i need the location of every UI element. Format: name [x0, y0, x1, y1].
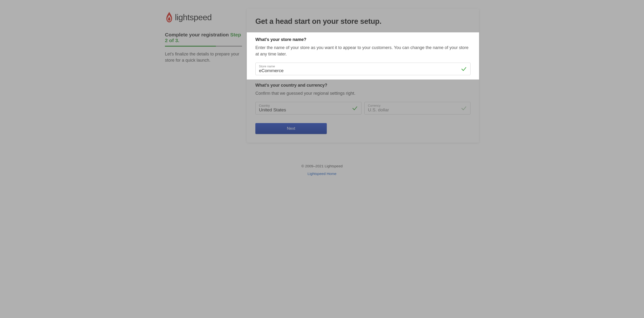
- footer-copyright: © 2009–2021 Lightspeed: [0, 164, 644, 168]
- lightspeed-flame-icon: [165, 12, 174, 23]
- store-name-description: Enter the name of your store as you want…: [255, 44, 470, 57]
- footer-home-link[interactable]: Lightspeed Home: [308, 172, 336, 176]
- footer: © 2009–2021 Lightspeed Lightspeed Home: [0, 157, 644, 186]
- registration-heading-prefix: Complete your registration: [165, 32, 229, 37]
- card-title: Get a head start on your store setup.: [255, 17, 470, 26]
- brand-logo: lightspeed: [165, 12, 242, 23]
- brand-name: lightspeed: [175, 12, 212, 22]
- store-name-field[interactable]: Store name: [255, 62, 470, 75]
- checkmark-icon: [461, 105, 467, 112]
- registration-heading: Complete your registration Step 2 of 3.: [165, 32, 242, 43]
- country-field[interactable]: Country: [255, 102, 362, 114]
- progress-bar-fill: [165, 46, 216, 47]
- store-name-heading: What's your store name?: [255, 37, 470, 42]
- currency-input[interactable]: [368, 107, 458, 112]
- store-name-input[interactable]: [259, 68, 458, 73]
- region-heading: What's your country and currency?: [255, 83, 470, 88]
- sidebar-description: Let's finalize the details to prepare yo…: [165, 51, 242, 63]
- store-name-field-label: Store name: [259, 64, 458, 68]
- checkmark-icon: [352, 105, 358, 112]
- country-field-label: Country: [259, 104, 349, 107]
- checkmark-icon: [461, 66, 467, 72]
- country-input[interactable]: [259, 107, 349, 112]
- setup-card: Get a head start on your store setup. Wh…: [247, 8, 479, 142]
- currency-field[interactable]: Currency: [364, 102, 470, 114]
- store-name-section: What's your store name? Enter the name o…: [247, 32, 479, 80]
- progress-bar: [165, 46, 242, 47]
- sidebar: lightspeed Complete your registration St…: [165, 8, 242, 142]
- next-button[interactable]: Next: [255, 123, 327, 134]
- currency-field-label: Currency: [368, 104, 458, 107]
- region-description: Confirm that we guessed your regional se…: [255, 90, 470, 97]
